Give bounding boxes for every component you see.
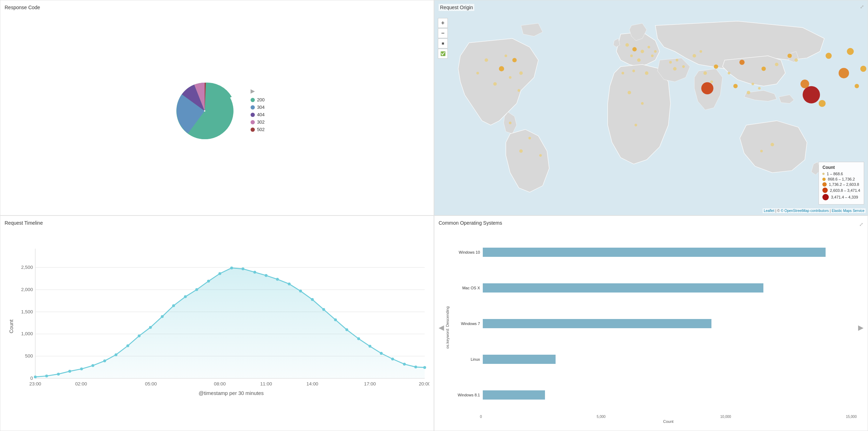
map-legend-circle-5 xyxy=(822,194,829,200)
svg-point-92 xyxy=(241,267,244,270)
os-bar-track-0 xyxy=(483,248,857,257)
os-bars-container: Windows 10Mac OS XWindows 7LinuxWindows … xyxy=(451,231,857,424)
svg-point-2 xyxy=(485,58,488,62)
map-legend-item-4: 2,603.8 – 3,471.4 xyxy=(822,188,860,193)
svg-point-40 xyxy=(826,53,832,59)
svg-text:05:00: 05:00 xyxy=(145,381,157,386)
os-x-axis-area: 0 5,000 10,000 15,000 Count xyxy=(451,415,857,424)
os-bar-label-3: Linux xyxy=(451,357,480,361)
svg-point-11 xyxy=(519,149,523,153)
svg-point-34 xyxy=(701,82,713,94)
svg-point-25 xyxy=(714,64,718,69)
svg-point-82 xyxy=(127,344,129,347)
svg-point-39 xyxy=(819,100,826,107)
svg-text:20:00: 20:00 xyxy=(419,381,429,386)
os-expand-icon[interactable]: ⤢ xyxy=(859,222,863,227)
svg-point-58 xyxy=(509,122,511,124)
svg-point-10 xyxy=(505,54,507,57)
svg-point-98 xyxy=(311,298,314,301)
os-bar-fill-2 xyxy=(483,319,711,328)
svg-text:1,000: 1,000 xyxy=(21,331,33,336)
os-x-tick-0: 0 xyxy=(480,415,482,419)
os-chart-wrapper: ◀ os.keyword: Descending Windows 10Mac O… xyxy=(439,231,863,424)
svg-point-94 xyxy=(265,274,268,277)
svg-point-35 xyxy=(770,143,774,146)
os-bar-track-3 xyxy=(483,355,857,364)
os-bar-row-1: Mac OS X xyxy=(451,283,857,293)
os-x-tick-10k: 10,000 xyxy=(720,415,731,419)
os-bar-label-0: Windows 10 xyxy=(451,250,480,254)
map-legend-label-2: 868.6 – 1,736.2 xyxy=(828,177,855,181)
svg-point-49 xyxy=(693,54,696,58)
svg-point-31 xyxy=(703,71,707,75)
svg-point-28 xyxy=(775,63,779,66)
svg-point-4 xyxy=(493,82,497,86)
svg-point-19 xyxy=(637,58,641,62)
os-chart-content: os.keyword: Descending Windows 10Mac OS … xyxy=(445,231,857,424)
svg-point-102 xyxy=(357,337,360,340)
map-zoom-out-button[interactable]: − xyxy=(438,28,448,38)
legend-item-404: 404 xyxy=(251,112,265,117)
request-origin-panel: Request Origin ⤢ + − ■ ✅ xyxy=(434,0,868,216)
map-legend-item-1: 1 – 868.6 xyxy=(822,172,860,176)
svg-text:@timestamp per 30 minutes: @timestamp per 30 minutes xyxy=(199,390,264,396)
svg-point-33 xyxy=(728,72,730,74)
svg-text:02:00: 02:00 xyxy=(75,381,87,386)
map-controls: + − ■ ✅ xyxy=(438,18,448,59)
ems-link[interactable]: Elastic Maps Service xyxy=(832,209,864,213)
svg-point-14 xyxy=(626,43,629,47)
svg-point-77 xyxy=(68,370,71,373)
os-y-axis-label: os.keyword: Descending xyxy=(445,231,450,424)
timeline-chart-area: Count 0 500 1,000 1,500 2,000 xyxy=(5,229,429,424)
os-nav-left-arrow[interactable]: ◀ xyxy=(439,323,444,332)
svg-text:Count: Count xyxy=(8,319,14,333)
svg-text:14:00: 14:00 xyxy=(306,381,318,386)
os-bar-label-4: Windows 8.1 xyxy=(451,393,480,397)
world-map xyxy=(434,0,868,215)
map-crop-button[interactable]: ✅ xyxy=(438,49,448,59)
map-select-button[interactable]: ■ xyxy=(438,39,448,48)
map-legend-label-4: 2,603.8 – 3,471.4 xyxy=(830,188,860,193)
svg-point-29 xyxy=(787,54,792,58)
svg-point-85 xyxy=(161,315,164,318)
legend-label-302: 302 xyxy=(257,119,265,125)
svg-point-99 xyxy=(322,308,325,311)
svg-point-53 xyxy=(645,71,649,75)
os-bar-fill-1 xyxy=(483,283,763,293)
map-zoom-in-button[interactable]: + xyxy=(438,18,448,28)
os-nav-right-arrow[interactable]: ▶ xyxy=(858,323,863,332)
pie-chart xyxy=(169,76,240,146)
legend-nav-arrow[interactable]: ▶ xyxy=(251,88,255,94)
leaflet-link[interactable]: Leaflet xyxy=(764,209,774,213)
map-legend-item-2: 868.6 – 1,736.2 xyxy=(822,177,860,181)
os-x-tick-15k: 15,000 xyxy=(846,415,857,419)
svg-point-50 xyxy=(699,50,702,53)
svg-point-55 xyxy=(747,91,750,94)
svg-point-100 xyxy=(334,318,337,321)
os-bar-row-3: Linux xyxy=(451,355,857,364)
map-legend-circle-3 xyxy=(822,182,827,187)
legend-dot-304 xyxy=(251,105,255,110)
svg-point-43 xyxy=(855,84,859,88)
svg-point-12 xyxy=(528,137,531,139)
legend-label-304: 304 xyxy=(257,105,265,110)
svg-point-8 xyxy=(517,89,520,91)
svg-point-23 xyxy=(641,102,644,105)
svg-point-79 xyxy=(92,364,94,367)
svg-point-81 xyxy=(115,353,117,356)
svg-point-3 xyxy=(499,66,504,71)
svg-point-17 xyxy=(647,46,650,48)
map-expand-icon[interactable]: ⤢ xyxy=(860,4,864,10)
os-panel-title: Common Operating Systems xyxy=(439,220,502,226)
svg-point-46 xyxy=(682,65,685,68)
osm-link[interactable]: © OpenStreetMap contributors xyxy=(781,209,829,213)
svg-point-96 xyxy=(288,283,291,285)
svg-point-6 xyxy=(476,72,479,74)
svg-point-15 xyxy=(632,47,637,51)
os-x-tick-5k: 5,000 xyxy=(597,415,605,419)
legend-label-404: 404 xyxy=(257,112,265,117)
pie-legend: ▶ 200 304 404 302 xyxy=(251,88,265,134)
svg-point-47 xyxy=(669,61,671,64)
svg-point-87 xyxy=(184,295,187,298)
os-bar-track-1 xyxy=(483,283,857,293)
